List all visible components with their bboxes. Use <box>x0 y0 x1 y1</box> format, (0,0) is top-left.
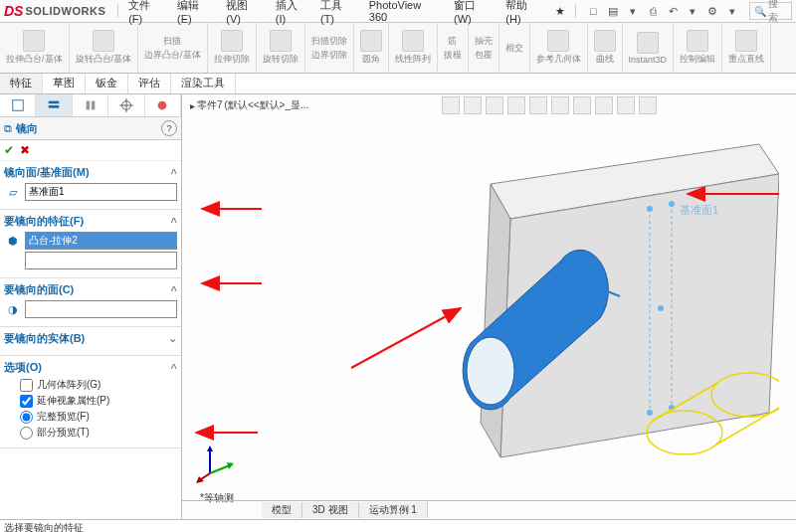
view-orient-icon[interactable] <box>529 96 547 114</box>
zoom-area-icon[interactable] <box>464 96 482 114</box>
tab-property-manager-icon[interactable] <box>36 94 72 116</box>
status-text: 选择要镜向的特征 <box>4 522 84 532</box>
graphics-viewport[interactable]: ▸ 零件7 (默认<<默认>_显... <box>182 94 796 519</box>
panel-title: 镜向 <box>16 121 161 136</box>
status-bar: 选择要镜向的特征 <box>0 519 796 532</box>
menu-star-icon[interactable]: ★ <box>549 3 571 20</box>
ribbon-shell[interactable]: 抽壳包覆 <box>469 23 499 73</box>
quick-access-toolbar: □ ▤ ▾ ⎙ ↶ ▾ ⚙ ▾ <box>586 4 739 18</box>
logo-text: SOLIDWORKS <box>25 5 105 17</box>
appearance-icon[interactable] <box>595 96 613 114</box>
plane-label: 基准面1 <box>680 204 718 216</box>
ribbon-ctrl-edit[interactable]: 控制编辑 <box>674 23 722 73</box>
ribbon-intersect[interactable]: 相交 <box>499 23 530 73</box>
view-tabs: 模型 3D 视图 运动算例 1 <box>182 500 796 519</box>
open-icon[interactable]: ▤ <box>606 4 620 18</box>
section-features: 要镜向的特征(F)^ ⬢ <box>0 210 181 278</box>
help-icon[interactable]: ? <box>161 120 177 136</box>
collapse-icon[interactable]: ^ <box>171 216 177 228</box>
scene-icon[interactable] <box>617 96 635 114</box>
undo-icon[interactable]: ↶ <box>666 4 680 18</box>
zoom-icon[interactable] <box>442 96 460 114</box>
confirm-bar: ✔ ✖ <box>0 140 181 161</box>
section-options: 选项(O)^ 几何体阵列(G) 延伸视象属性(P) 完整预览(F) 部分预览(T… <box>0 356 181 448</box>
svg-point-12 <box>647 206 653 212</box>
section-label: 要镜向的实体(B) <box>4 331 85 346</box>
ribbon-cut-extrude[interactable]: 拉伸切除 <box>208 23 257 73</box>
mirror-feature-input-empty[interactable] <box>25 252 177 269</box>
tab-dimxpert-icon[interactable] <box>108 94 144 116</box>
save-icon[interactable]: ▾ <box>626 4 640 18</box>
tab-feature-manager-icon[interactable] <box>0 94 36 116</box>
search-input[interactable]: 🔍 搜索 <box>749 2 792 20</box>
tab-sketch[interactable]: 草图 <box>43 74 86 93</box>
ribbon-fillet[interactable]: 圆角 <box>354 23 389 73</box>
ribbon-pattern[interactable]: 线性阵列 <box>389 23 438 73</box>
hide-show-icon[interactable] <box>573 96 591 114</box>
ribbon-ref-geom[interactable]: 参考几何体 <box>530 23 588 73</box>
section-mirror-plane: 镜向面/基准面(M)^ ▱ <box>0 161 181 210</box>
tab-3dview[interactable]: 3D 视图 <box>302 502 359 518</box>
display-style-icon[interactable] <box>551 96 569 114</box>
ribbon-cut-revolve[interactable]: 旋转切除 <box>257 23 305 73</box>
menu-photoview[interactable]: PhotoView 360 <box>363 0 446 25</box>
menubar: DS SOLIDWORKS 文件(F) 编辑(E) 视图(V) 插入(I) 工具… <box>0 0 796 23</box>
settings-icon[interactable]: ⚙ <box>705 4 719 18</box>
view-settings-icon[interactable] <box>639 96 657 114</box>
radio-partial-preview[interactable]: 部分预览(T) <box>20 426 177 440</box>
print-icon[interactable]: ⎙ <box>646 4 660 18</box>
ok-icon[interactable]: ✔ <box>4 143 14 157</box>
rebuild-icon[interactable]: ▾ <box>725 4 739 18</box>
tab-render[interactable]: 渲染工具 <box>171 74 236 93</box>
collapse-icon[interactable]: ^ <box>171 284 177 296</box>
svg-marker-34 <box>227 462 234 469</box>
ribbon-curves[interactable]: 曲线 <box>588 23 623 73</box>
tab-sheetmetal[interactable]: 钣金 <box>86 74 128 93</box>
svg-rect-2 <box>49 105 60 108</box>
collapse-icon[interactable]: ^ <box>171 362 177 374</box>
breadcrumb[interactable]: ▸ 零件7 (默认<<默认>_显... <box>190 98 308 112</box>
tab-feature[interactable]: 特征 <box>0 74 43 93</box>
collapse-icon[interactable]: ^ <box>171 167 177 179</box>
svg-marker-32 <box>207 445 213 451</box>
tab-config-manager-icon[interactable] <box>73 94 108 116</box>
svg-point-18 <box>467 337 514 405</box>
section-label: 选项(O) <box>4 360 42 375</box>
svg-line-33 <box>210 465 230 473</box>
ribbon-cut-sweep[interactable]: 扫描切除边界切除 <box>305 23 354 73</box>
mirror-feature-input[interactable] <box>25 232 177 250</box>
expand-icon[interactable]: ⌄ <box>168 332 177 345</box>
prev-view-icon[interactable] <box>486 96 503 114</box>
svg-point-14 <box>647 410 653 416</box>
section-bodies: 要镜向的实体(B)⌄ <box>0 327 181 356</box>
ribbon-sweep-group[interactable]: 扫描边界凸台/基体 <box>138 23 208 73</box>
tab-render-manager-icon[interactable] <box>145 94 181 116</box>
search-placeholder: 搜索 <box>768 0 787 25</box>
section-label: 要镜向的特征(F) <box>4 214 84 229</box>
checkbox-geom-pattern[interactable]: 几何体阵列(G) <box>20 378 177 392</box>
mirror-face-input[interactable] <box>25 300 177 318</box>
feature-icon: ⬢ <box>4 232 22 250</box>
cancel-icon[interactable]: ✖ <box>20 143 30 157</box>
section-icon[interactable] <box>507 96 525 114</box>
tab-motion[interactable]: 运动算例 1 <box>359 502 428 518</box>
app-logo: DS SOLIDWORKS <box>4 3 105 19</box>
tab-model[interactable]: 模型 <box>262 502 302 518</box>
property-manager: ⧉ 镜向 ? ✔ ✖ 镜向面/基准面(M)^ ▱ 要镜向的特征(F)^ ⬢ 要镜… <box>0 94 182 519</box>
checkbox-extend-visual[interactable]: 延伸视象属性(P) <box>20 394 177 408</box>
logo-icon: DS <box>4 3 23 19</box>
svg-rect-1 <box>49 101 60 104</box>
ribbon-revolve[interactable]: 旋转凸台/基体 <box>70 23 139 73</box>
mirror-plane-input[interactable] <box>25 183 177 201</box>
ribbon-rib[interactable]: 筋拔模 <box>438 23 469 73</box>
radio-full-preview[interactable]: 完整预览(F) <box>20 410 177 424</box>
redo-icon[interactable]: ▾ <box>686 4 699 18</box>
svg-rect-4 <box>91 101 95 110</box>
ribbon-instant3d[interactable]: Instant3D <box>623 23 675 73</box>
tab-evaluate[interactable]: 评估 <box>128 74 171 93</box>
ribbon: 拉伸凸台/基体 旋转凸台/基体 扫描边界凸台/基体 拉伸切除 旋转切除 扫描切除… <box>0 23 796 74</box>
svg-rect-3 <box>86 101 90 110</box>
ribbon-key-line[interactable]: 重点直线 <box>722 23 771 73</box>
new-icon[interactable]: □ <box>586 4 600 18</box>
ribbon-extrude[interactable]: 拉伸凸台/基体 <box>0 23 70 73</box>
